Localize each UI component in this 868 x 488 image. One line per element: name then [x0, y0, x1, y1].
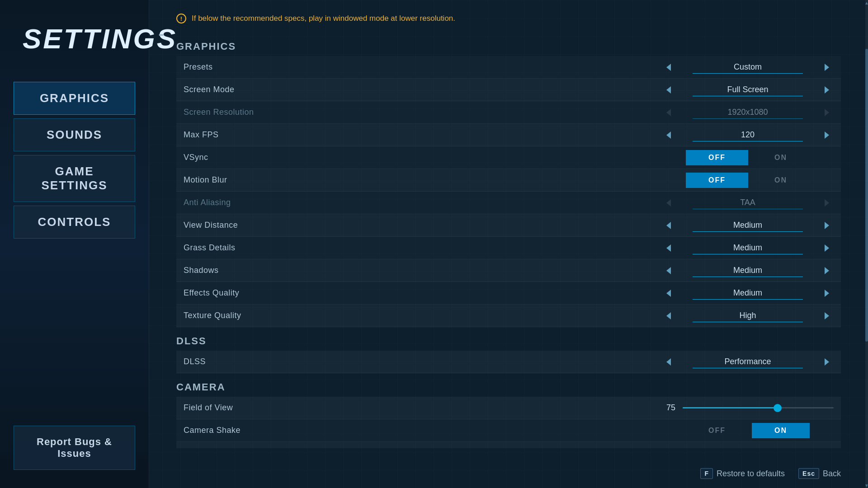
bottom-bar: F Restore to defaults Esc Back: [700, 468, 841, 479]
svg-marker-1: [825, 64, 829, 71]
dlss-next-button[interactable]: [820, 356, 834, 368]
scroll-up-arrow[interactable]: ▲: [865, 0, 868, 5]
anti-aliasing-control: TAA: [662, 197, 834, 209]
effects-quality-label: Effects Quality: [184, 288, 662, 298]
nav-buttons: Graphics Sounds Game Settings Controls: [0, 73, 149, 248]
camera-shake-off-button[interactable]: OFF: [686, 423, 748, 438]
screen-mode-value: Full Screen: [679, 85, 816, 94]
view-distance-next-button[interactable]: [820, 219, 834, 232]
sidebar-item-controls[interactable]: Controls: [14, 206, 135, 239]
svg-marker-12: [666, 244, 671, 252]
graphics-section-header: Graphics: [176, 41, 841, 52]
svg-marker-2: [666, 86, 671, 94]
sidebar: SETTINGS Graphics Sounds Game Settings C…: [0, 0, 149, 488]
motion-blur-off-button[interactable]: OFF: [686, 173, 748, 188]
vsync-row: VSync OFF ON: [176, 146, 841, 169]
grass-details-prev-button[interactable]: [662, 242, 675, 254]
view-distance-prev-button[interactable]: [662, 219, 675, 232]
grass-details-row: Grass Details Medium: [176, 237, 841, 259]
camera-shake-control: OFF ON: [662, 423, 834, 438]
field-of-view-value: 75: [662, 403, 675, 413]
camera-shake-label: Camera Shake: [184, 426, 662, 435]
svg-marker-18: [666, 312, 671, 319]
view-distance-row: View Distance Medium: [176, 214, 841, 237]
svg-marker-20: [666, 358, 671, 366]
screen-resolution-next-button: [820, 106, 834, 119]
vsync-off-button[interactable]: OFF: [686, 150, 748, 165]
motion-blur-on-button[interactable]: ON: [752, 173, 810, 188]
presets-row: Presets Custom: [176, 56, 841, 79]
max-fps-label: Max FPS: [184, 130, 662, 140]
settings-scroll-area: Graphics Presets Custom Screen Mode F: [176, 33, 841, 448]
anti-aliasing-label: Anti Aliasing: [184, 198, 662, 207]
back-label: Back: [823, 469, 841, 479]
report-bugs-button[interactable]: Report Bugs & Issues: [14, 426, 135, 470]
grass-details-label: Grass Details: [184, 243, 662, 253]
svg-marker-16: [666, 290, 671, 297]
vsync-on-button[interactable]: ON: [752, 150, 810, 165]
shadows-value: Medium: [679, 266, 816, 275]
camera-shake-on-button[interactable]: ON: [752, 423, 810, 438]
svg-marker-11: [825, 222, 829, 229]
dlss-control: Performance: [662, 356, 834, 368]
field-of-view-fill: [683, 407, 778, 408]
max-fps-prev-button[interactable]: [662, 129, 675, 141]
effects-quality-row: Effects Quality Medium: [176, 282, 841, 305]
max-fps-next-button[interactable]: [820, 129, 834, 141]
presets-prev-button[interactable]: [662, 61, 675, 74]
effects-quality-control: Medium: [662, 287, 834, 300]
dlss-label: DLSS: [184, 357, 662, 366]
svg-marker-8: [666, 199, 671, 206]
warning-bar: ! If below the recommended specs, play i…: [176, 14, 841, 23]
restore-key-badge[interactable]: F: [700, 468, 713, 479]
texture-quality-label: Texture Quality: [184, 311, 662, 320]
presets-control: Custom: [662, 61, 834, 74]
svg-marker-7: [825, 131, 829, 139]
back-action: Esc Back: [798, 468, 841, 479]
scroll-down-arrow[interactable]: ▼: [865, 483, 868, 488]
anti-aliasing-row: Anti Aliasing TAA: [176, 192, 841, 214]
scroll-track: ▲ ▼: [865, 0, 868, 488]
presets-label: Presets: [184, 62, 662, 72]
grass-details-control: Medium: [662, 242, 834, 254]
screen-mode-label: Screen Mode: [184, 85, 662, 94]
sidebar-item-graphics[interactable]: Graphics: [14, 82, 135, 115]
camera-section-header: Camera: [176, 381, 841, 393]
field-of-view-thumb[interactable]: [774, 404, 782, 412]
screen-mode-prev-button[interactable]: [662, 84, 675, 96]
effects-quality-next-button[interactable]: [820, 287, 834, 300]
sidebar-item-game-settings[interactable]: Game Settings: [14, 155, 135, 202]
effects-quality-prev-button[interactable]: [662, 287, 675, 300]
field-of-view-label: Field of View: [184, 403, 662, 413]
ride-camera-distance-row: Ride Camera Distance 1: [176, 442, 841, 448]
shadows-control: Medium: [662, 264, 834, 277]
dlss-prev-button[interactable]: [662, 356, 675, 368]
scroll-thumb[interactable]: [865, 49, 868, 342]
restore-defaults-action: F Restore to defaults: [700, 468, 785, 479]
main-content: ! If below the recommended specs, play i…: [149, 0, 868, 488]
field-of-view-track[interactable]: [683, 407, 834, 408]
screen-resolution-label: Screen Resolution: [184, 108, 662, 117]
screen-mode-next-button[interactable]: [820, 84, 834, 96]
anti-aliasing-next-button: [820, 197, 834, 209]
texture-quality-next-button[interactable]: [820, 310, 834, 322]
shadows-prev-button[interactable]: [662, 264, 675, 277]
dlss-value: Performance: [679, 357, 816, 366]
sidebar-item-sounds[interactable]: Sounds: [14, 118, 135, 151]
svg-marker-0: [666, 64, 671, 71]
svg-marker-15: [825, 267, 829, 274]
screen-mode-row: Screen Mode Full Screen: [176, 79, 841, 101]
back-key-badge[interactable]: Esc: [798, 468, 819, 479]
screen-resolution-row: Screen Resolution 868x488: [176, 101, 841, 124]
shadows-next-button[interactable]: [820, 264, 834, 277]
vsync-label: VSync: [184, 153, 662, 162]
shadows-row: Shadows Medium: [176, 259, 841, 282]
warning-icon: !: [176, 14, 186, 23]
texture-quality-control: High: [662, 310, 834, 322]
max-fps-value: 120: [679, 130, 816, 140]
presets-next-button[interactable]: [820, 61, 834, 74]
texture-quality-prev-button[interactable]: [662, 310, 675, 322]
screen-resolution-value: 868x488: [679, 108, 816, 117]
grass-details-next-button[interactable]: [820, 242, 834, 254]
warning-text: If below the recommended specs, play in …: [192, 14, 455, 23]
